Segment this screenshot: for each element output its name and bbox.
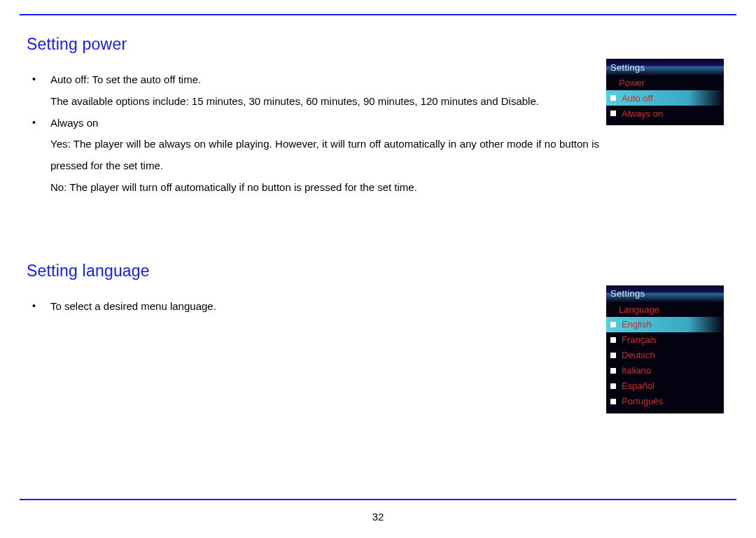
device-language-item-francais: Français bbox=[606, 332, 724, 348]
section-power-text: Setting power Auto off: To set the auto … bbox=[20, 35, 599, 199]
device-language-item-english: English bbox=[606, 317, 724, 332]
bullet-always-on: Always on Yes: The player will be always… bbox=[50, 113, 599, 177]
heading-language: Setting language bbox=[27, 262, 599, 281]
device-language-title: Settings bbox=[606, 285, 724, 302]
bullet-always-on-lead: Always on bbox=[50, 117, 98, 129]
device-language-subtitle: Language bbox=[606, 302, 724, 317]
device-item-label: Always on bbox=[622, 108, 663, 119]
device-power-item-auto-off: Auto off bbox=[606, 90, 724, 106]
bullet-auto-off-lead: Auto off: To set the auto off time. bbox=[50, 73, 201, 85]
section-power: Setting power Auto off: To set the auto … bbox=[20, 35, 736, 199]
power-bullets: Auto off: To set the auto off time. The … bbox=[27, 69, 599, 177]
square-icon bbox=[610, 368, 616, 374]
device-item-label: Deutsch bbox=[622, 350, 655, 360]
bullet-auto-off-extra: The available options include: 15 minute… bbox=[50, 95, 539, 107]
device-item-label: English bbox=[622, 319, 652, 330]
device-item-label: Italiano bbox=[622, 365, 651, 376]
device-item-label: Español bbox=[622, 381, 654, 391]
section-language: Setting language To select a desired men… bbox=[20, 262, 736, 413]
device-screenshot-language: Settings Language English Français Deuts… bbox=[606, 285, 724, 413]
square-icon bbox=[610, 353, 616, 358]
device-language-item-portugues: Português bbox=[606, 394, 724, 409]
top-divider bbox=[20, 14, 736, 15]
bottom-divider bbox=[20, 499, 736, 500]
device-language-item-italiano: Italiano bbox=[606, 363, 724, 378]
device-language-item-deutsch: Deutsch bbox=[606, 348, 724, 363]
square-icon bbox=[610, 322, 616, 327]
device-screenshot-power: Settings Power Auto off Always on bbox=[606, 59, 724, 125]
square-icon bbox=[610, 95, 616, 101]
section-language-text: Setting language To select a desired men… bbox=[20, 262, 599, 318]
power-sub-line: No: The player will turn off automatical… bbox=[27, 177, 599, 199]
device-power-title: Settings bbox=[606, 59, 724, 76]
language-bullets: To select a desired menu language. bbox=[27, 296, 599, 318]
device-item-label: Auto off bbox=[622, 93, 653, 104]
heading-power: Setting power bbox=[27, 35, 599, 54]
square-icon bbox=[610, 399, 616, 404]
bullet-language-lead: To select a desired menu language. bbox=[50, 300, 216, 312]
device-power-subtitle: Power bbox=[606, 76, 724, 90]
device-language-item-espanol: Español bbox=[606, 378, 724, 394]
device-item-label: Français bbox=[622, 334, 657, 345]
device-item-label: Português bbox=[622, 396, 663, 406]
device-power-item-always-on: Always on bbox=[606, 106, 724, 121]
page-number: 32 bbox=[0, 511, 756, 523]
bullet-always-on-extra: Yes: The player will be always on while … bbox=[50, 138, 599, 171]
square-icon bbox=[610, 383, 616, 389]
bullet-language: To select a desired menu language. bbox=[50, 296, 599, 318]
bullet-auto-off: Auto off: To set the auto off time. The … bbox=[50, 69, 599, 113]
square-icon bbox=[610, 337, 616, 343]
square-icon bbox=[610, 111, 616, 116]
